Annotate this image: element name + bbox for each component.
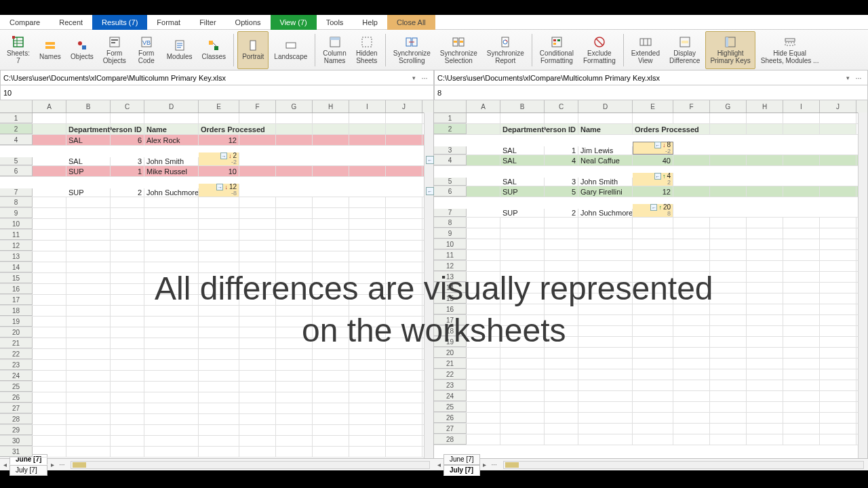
cell[interactable] xyxy=(199,273,239,283)
cell[interactable] xyxy=(349,113,386,123)
cell[interactable] xyxy=(747,186,783,197)
cell[interactable] xyxy=(111,295,144,305)
cell[interactable] xyxy=(33,284,66,294)
cell[interactable] xyxy=(747,239,783,249)
ribbon-classes[interactable]: Classes xyxy=(198,31,231,69)
row-header[interactable]: 11 xyxy=(434,250,467,260)
cell[interactable] xyxy=(313,166,349,176)
row-header[interactable]: 2 xyxy=(434,124,467,134)
cell[interactable] xyxy=(349,306,386,316)
cell[interactable]: SUP xyxy=(500,186,545,197)
cell[interactable] xyxy=(386,124,422,134)
cell[interactable] xyxy=(276,403,313,413)
cell[interactable] xyxy=(386,360,422,370)
cell[interactable]: Alex Rock xyxy=(144,135,199,145)
row-header[interactable]: 26 xyxy=(0,392,33,403)
cell[interactable] xyxy=(710,424,747,434)
cell[interactable] xyxy=(33,197,66,207)
cell[interactable] xyxy=(33,447,66,457)
cell[interactable] xyxy=(144,436,199,446)
cell[interactable] xyxy=(276,414,313,424)
cell[interactable] xyxy=(144,414,199,424)
merge-icon[interactable]: ← xyxy=(650,204,657,211)
cell[interactable] xyxy=(313,382,349,392)
cell[interactable] xyxy=(313,403,349,413)
path-options-left[interactable]: ··· xyxy=(418,74,431,82)
row-header[interactable]: 10 xyxy=(0,219,33,229)
cell[interactable] xyxy=(239,425,276,435)
cell[interactable] xyxy=(500,391,545,401)
cell[interactable] xyxy=(500,113,545,123)
cell[interactable]: Department xyxy=(66,124,111,134)
cell[interactable] xyxy=(276,166,313,176)
cell[interactable] xyxy=(276,295,313,305)
cell[interactable] xyxy=(66,349,111,359)
cell[interactable] xyxy=(820,186,856,197)
cell[interactable] xyxy=(386,403,422,413)
cell[interactable] xyxy=(633,315,673,325)
cell[interactable] xyxy=(783,369,820,380)
cell[interactable] xyxy=(545,113,578,123)
cell[interactable] xyxy=(545,261,578,271)
cell[interactable] xyxy=(199,371,239,381)
cell[interactable] xyxy=(673,250,710,260)
path-input-right[interactable] xyxy=(437,74,844,82)
cell[interactable] xyxy=(66,262,111,272)
cell[interactable] xyxy=(66,284,111,294)
cell[interactable] xyxy=(747,293,783,304)
cell[interactable] xyxy=(66,113,111,123)
ribbon-sync-selection[interactable]: Synchronize Selection xyxy=(436,31,481,69)
cell[interactable] xyxy=(820,272,856,282)
cell[interactable] xyxy=(144,197,199,207)
menu-help[interactable]: Help xyxy=(353,15,387,30)
cell[interactable] xyxy=(710,326,747,336)
cell[interactable] xyxy=(349,197,386,207)
cell[interactable] xyxy=(239,273,276,283)
row-header[interactable]: 18 xyxy=(0,306,33,316)
cell[interactable] xyxy=(633,369,673,380)
row-header[interactable]: 14 xyxy=(434,283,467,293)
cell[interactable] xyxy=(276,273,313,283)
vscroll-left[interactable] xyxy=(424,113,433,458)
merge-icon[interactable]: ← xyxy=(654,142,661,148)
cell[interactable] xyxy=(313,251,349,262)
cell[interactable] xyxy=(276,349,313,359)
row-header[interactable]: 3 xyxy=(434,146,467,155)
cell[interactable] xyxy=(386,371,422,381)
cell[interactable] xyxy=(276,241,313,251)
cell[interactable] xyxy=(578,337,633,347)
cell[interactable] xyxy=(66,197,111,207)
path-dropdown-right[interactable]: ▾ xyxy=(844,75,852,81)
cell[interactable] xyxy=(66,273,111,283)
cell[interactable] xyxy=(747,304,783,314)
cell[interactable] xyxy=(500,380,545,390)
cell[interactable] xyxy=(820,228,856,239)
cell[interactable] xyxy=(66,306,111,316)
cell[interactable] xyxy=(33,436,66,446)
cell[interactable] xyxy=(633,359,673,369)
cell[interactable] xyxy=(633,261,673,271)
cell[interactable] xyxy=(276,338,313,348)
row-header[interactable]: 14 xyxy=(0,262,33,272)
tab-more-left[interactable]: ··· xyxy=(57,461,66,468)
cell[interactable] xyxy=(144,262,199,272)
cell[interactable] xyxy=(313,273,349,283)
cell[interactable] xyxy=(313,113,349,123)
cell[interactable] xyxy=(673,434,710,445)
cell[interactable] xyxy=(66,371,111,381)
cell[interactable] xyxy=(239,241,276,251)
cell[interactable]: John Smith xyxy=(578,178,633,186)
ribbon-excl-formatting[interactable]: Exclude Formatting xyxy=(579,31,620,69)
cell[interactable] xyxy=(111,113,144,123)
cell[interactable] xyxy=(500,283,545,293)
cell[interactable] xyxy=(386,262,422,272)
cell[interactable] xyxy=(467,326,500,336)
col-header[interactable]: D xyxy=(578,100,633,113)
cell[interactable] xyxy=(144,306,199,316)
cell[interactable] xyxy=(783,380,820,390)
row-header[interactable]: 13 xyxy=(0,251,33,262)
cell[interactable] xyxy=(199,230,239,240)
row-header[interactable]: 1 xyxy=(434,113,467,123)
diff-cell[interactable]: → ↓ 12-8 xyxy=(199,184,239,197)
cell[interactable] xyxy=(349,338,386,348)
